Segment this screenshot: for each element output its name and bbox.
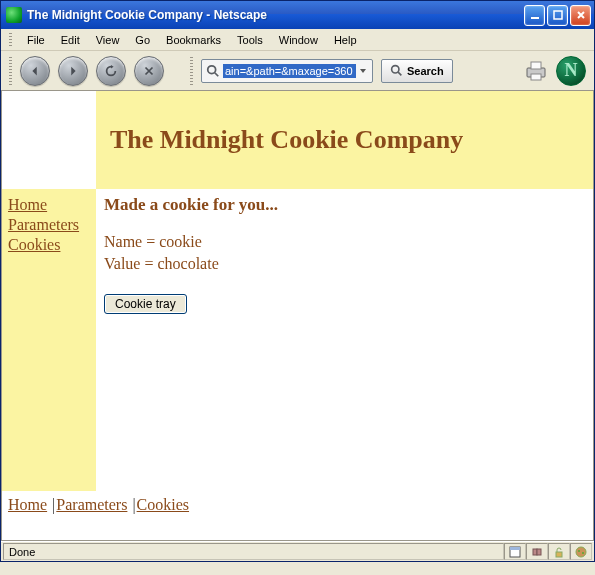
sidebar-link-home[interactable]: Home xyxy=(8,195,90,215)
svg-line-5 xyxy=(398,72,401,75)
svg-point-14 xyxy=(576,547,586,557)
footer-separator: | xyxy=(127,496,136,513)
menu-edit[interactable]: Edit xyxy=(54,32,87,48)
print-icon[interactable] xyxy=(524,60,548,82)
reload-icon xyxy=(104,64,118,78)
forward-arrow-icon xyxy=(66,64,80,78)
sidebar-link-cookies[interactable]: Cookies xyxy=(8,235,90,255)
main-content: Made a cookie for you... Name = cookie V… xyxy=(96,189,286,491)
cookie-name-line: Name = cookie xyxy=(104,231,278,253)
address-bar[interactable] xyxy=(201,59,373,83)
svg-point-16 xyxy=(582,552,584,554)
browser-window: The Midnight Cookie Company - Netscape F… xyxy=(0,0,595,562)
menubar: File Edit View Go Bookmarks Tools Window… xyxy=(1,29,594,51)
toolbar-grip-icon[interactable] xyxy=(9,57,12,85)
sidebar: Home Parameters Cookies xyxy=(2,189,96,491)
toolbar: Search N xyxy=(1,51,594,91)
close-button[interactable] xyxy=(570,5,591,26)
search-icon xyxy=(206,64,220,78)
sidebar-link-parameters[interactable]: Parameters xyxy=(8,215,90,235)
chevron-down-icon xyxy=(358,66,368,76)
status-popup-icon[interactable] xyxy=(504,543,526,560)
window-small-icon xyxy=(509,546,521,558)
menu-window[interactable]: Window xyxy=(272,32,325,48)
page-document: The Midnight Cookie Company Home Paramet… xyxy=(2,91,593,540)
svg-rect-1 xyxy=(554,11,562,19)
menu-view[interactable]: View xyxy=(89,32,127,48)
banner: The Midnight Cookie Company xyxy=(96,91,593,189)
maximize-button[interactable] xyxy=(547,5,568,26)
minimize-button[interactable] xyxy=(524,5,545,26)
stop-icon xyxy=(142,64,156,78)
search-button-label: Search xyxy=(407,65,444,77)
titlebar[interactable]: The Midnight Cookie Company - Netscape xyxy=(1,1,594,29)
status-text: Done xyxy=(3,543,504,560)
page-title: The Midnight Cookie Company xyxy=(110,125,463,155)
svg-point-15 xyxy=(578,550,580,552)
stop-button[interactable] xyxy=(134,56,164,86)
reload-button[interactable] xyxy=(96,56,126,86)
plug-icon xyxy=(531,546,543,558)
footer-separator: | xyxy=(47,496,56,513)
footer-links: Home |Parameters |Cookies xyxy=(2,491,593,519)
window-title: The Midnight Cookie Company - Netscape xyxy=(27,8,524,22)
cookie-tray-button[interactable]: Cookie tray xyxy=(104,294,187,314)
back-button[interactable] xyxy=(20,56,50,86)
menubar-grip-icon[interactable] xyxy=(9,33,12,47)
netscape-app-icon xyxy=(6,7,22,23)
footer-link-parameters[interactable]: Parameters xyxy=(56,496,127,513)
content-heading: Made a cookie for you... xyxy=(104,195,278,215)
svg-rect-13 xyxy=(556,552,562,557)
svg-rect-11 xyxy=(533,549,537,555)
window-controls xyxy=(524,5,591,26)
svg-rect-10 xyxy=(510,547,520,550)
svg-rect-7 xyxy=(531,62,541,69)
footer-link-home[interactable]: Home xyxy=(8,496,47,513)
menu-tools[interactable]: Tools xyxy=(230,32,270,48)
svg-point-2 xyxy=(208,65,216,73)
svg-rect-8 xyxy=(531,74,541,80)
menu-file[interactable]: File xyxy=(20,32,52,48)
svg-point-4 xyxy=(392,66,399,73)
status-cookie-icon[interactable] xyxy=(570,543,592,560)
footer-link-cookies[interactable]: Cookies xyxy=(137,496,189,513)
forward-button[interactable] xyxy=(58,56,88,86)
statusbar: Done xyxy=(1,541,594,561)
status-security-icon[interactable] xyxy=(548,543,570,560)
svg-line-3 xyxy=(215,72,219,76)
address-dropdown-button[interactable] xyxy=(356,66,370,76)
cookie-value-line: Value = chocolate xyxy=(104,253,278,275)
search-button[interactable]: Search xyxy=(381,59,453,83)
address-input[interactable] xyxy=(223,64,356,78)
menu-bookmarks[interactable]: Bookmarks xyxy=(159,32,228,48)
magnifier-icon xyxy=(390,64,403,77)
status-connection-icon[interactable] xyxy=(526,543,548,560)
cookie-icon xyxy=(575,546,587,558)
menu-go[interactable]: Go xyxy=(128,32,157,48)
toolbar-grip-icon-2[interactable] xyxy=(190,57,193,85)
menu-help[interactable]: Help xyxy=(327,32,364,48)
lock-open-icon xyxy=(553,546,565,558)
netscape-throbber-icon[interactable]: N xyxy=(556,56,586,86)
viewport: The Midnight Cookie Company Home Paramet… xyxy=(1,91,594,541)
back-arrow-icon xyxy=(28,64,42,78)
svg-rect-12 xyxy=(537,549,541,555)
svg-rect-0 xyxy=(531,17,539,19)
